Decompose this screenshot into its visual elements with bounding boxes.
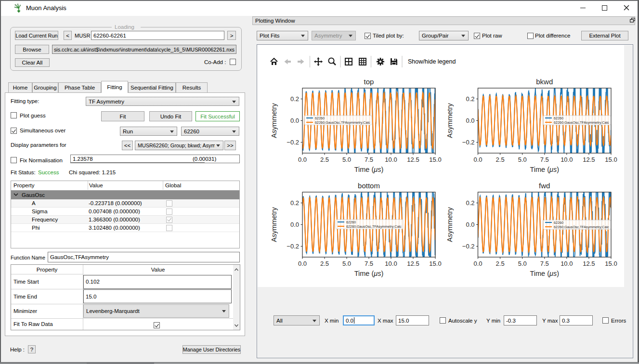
svg-text:Time (μs): Time (μs) <box>530 166 559 173</box>
svg-text:5.0: 5.0 <box>342 260 351 267</box>
svg-text:Asymmetry: Asymmetry <box>270 207 278 242</box>
svg-text:2.5: 2.5 <box>496 156 505 163</box>
svg-text:10.0: 10.0 <box>385 260 397 267</box>
svg-text:7.5: 7.5 <box>365 260 373 267</box>
svg-text:10.0: 10.0 <box>385 156 397 163</box>
svg-text:0.0: 0.0 <box>473 260 482 267</box>
svg-text:0.0: 0.0 <box>466 117 474 124</box>
svg-text:5.0: 5.0 <box>518 260 527 267</box>
svg-text:Asymmetry: Asymmetry <box>270 103 278 138</box>
svg-text:0.0: 0.0 <box>290 117 299 124</box>
svg-text:62260;GausOsc,TFAsymmetry;Calc: 62260;GausOsc,TFAsymmetry;Calc <box>315 120 370 125</box>
svg-text:bottom: bottom <box>358 182 380 190</box>
svg-text:7.5: 7.5 <box>540 156 549 163</box>
svg-text:Time (μs): Time (μs) <box>530 270 559 277</box>
svg-text:−0.2: −0.2 <box>287 139 299 146</box>
svg-text:0.0: 0.0 <box>466 221 474 228</box>
svg-text:0.0: 0.0 <box>298 156 307 163</box>
svg-text:7.5: 7.5 <box>365 156 373 163</box>
svg-text:62260;GausOsc,TFAsymmetry;Calc: 62260;GausOsc,TFAsymmetry;Calc <box>346 224 402 229</box>
svg-text:15.0: 15.0 <box>429 260 441 267</box>
svg-text:0.0: 0.0 <box>473 156 482 163</box>
svg-text:10.0: 10.0 <box>561 260 573 267</box>
svg-text:Asymmetry: Asymmetry <box>446 103 454 138</box>
svg-text:12.5: 12.5 <box>407 260 419 267</box>
svg-text:−0.2: −0.2 <box>462 139 475 146</box>
svg-text:12.5: 12.5 <box>583 260 595 267</box>
svg-text:5.0: 5.0 <box>518 156 527 163</box>
svg-text:0.0: 0.0 <box>290 221 299 228</box>
svg-text:2.5: 2.5 <box>496 260 505 267</box>
svg-text:15.0: 15.0 <box>429 156 441 163</box>
svg-text:15.0: 15.0 <box>605 260 617 267</box>
svg-text:10.0: 10.0 <box>561 156 573 163</box>
svg-text:0.2: 0.2 <box>290 199 299 207</box>
svg-text:12.5: 12.5 <box>583 156 595 163</box>
svg-text:−0.2: −0.2 <box>287 243 299 250</box>
svg-text:62260: 62260 <box>554 221 563 225</box>
svg-text:2.5: 2.5 <box>320 260 329 267</box>
svg-text:fwd: fwd <box>539 182 550 190</box>
svg-text:5.0: 5.0 <box>342 156 351 163</box>
svg-text:62260: 62260 <box>346 220 356 224</box>
svg-text:top: top <box>364 78 374 86</box>
svg-text:0.2: 0.2 <box>466 95 474 103</box>
svg-text:Time (μs): Time (μs) <box>354 166 384 173</box>
svg-text:−0.2: −0.2 <box>462 243 475 250</box>
svg-text:62260: 62260 <box>315 116 325 120</box>
svg-text:62260;GausOsc,TFAsymmetry;Calc: 62260;GausOsc,TFAsymmetry;Calc <box>554 225 609 229</box>
svg-text:bkwd: bkwd <box>536 78 553 86</box>
svg-text:62260: 62260 <box>554 116 563 120</box>
svg-text:0.0: 0.0 <box>298 260 307 267</box>
svg-text:Asymmetry: Asymmetry <box>446 207 454 242</box>
svg-text:Time (μs): Time (μs) <box>354 270 384 277</box>
svg-text:62260;GausOsc,TFAsymmetry;Calc: 62260;GausOsc,TFAsymmetry;Calc <box>554 120 609 125</box>
svg-text:12.5: 12.5 <box>407 156 419 163</box>
svg-text:15.0: 15.0 <box>605 156 617 163</box>
svg-text:0.2: 0.2 <box>290 95 299 103</box>
svg-text:7.5: 7.5 <box>540 260 549 267</box>
svg-text:2.5: 2.5 <box>320 156 329 163</box>
svg-text:0.2: 0.2 <box>466 199 474 207</box>
